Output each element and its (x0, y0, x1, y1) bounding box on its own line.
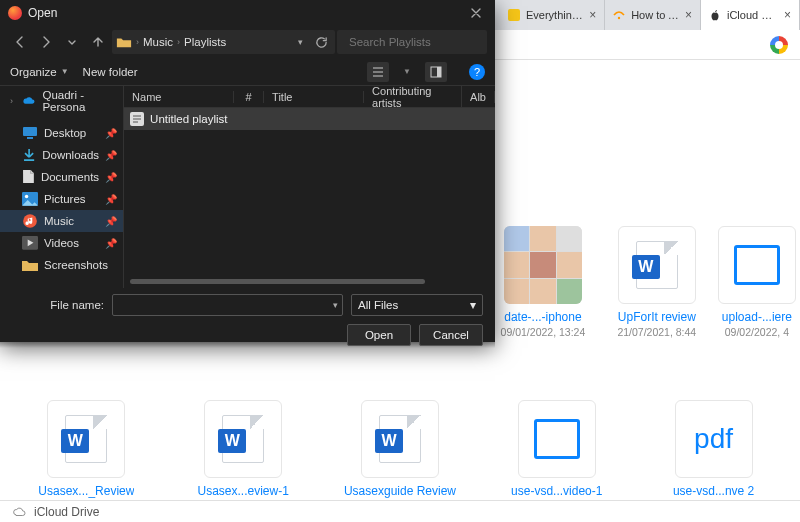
pin-icon: 📌 (105, 128, 117, 139)
up-button[interactable] (86, 30, 110, 54)
h-scrollbar[interactable] (124, 276, 495, 288)
video-icon (22, 236, 38, 250)
col-title[interactable]: Title (264, 91, 364, 103)
google-icon[interactable] (770, 36, 788, 54)
file-thumb: W (361, 400, 439, 478)
nav-tree: › Quadri - Persona Desktop📌 Downloads📌 D… (0, 86, 124, 288)
open-dialog: Open ›Music ›Playlists ▾ Organize▼ New f… (0, 0, 495, 342)
dialog-footer: File name: ▾ All Files▾ Open Cancel (0, 288, 495, 356)
file-thumb: pdf (675, 400, 753, 478)
tree-item-videos[interactable]: Videos📌 (0, 232, 123, 254)
doc-icon (22, 170, 35, 184)
close-button[interactable] (463, 3, 489, 23)
svg-point-8 (25, 195, 28, 198)
close-icon[interactable]: × (784, 8, 791, 22)
music-icon (22, 214, 38, 228)
crumb[interactable]: Music (143, 36, 173, 48)
file-list: Name # Title Contributing artists Alb Un… (124, 86, 495, 288)
organize-menu[interactable]: Organize▼ (10, 66, 69, 78)
pin-icon: 📌 (105, 150, 117, 161)
tree-item-screenshots[interactable]: Screenshots (0, 254, 123, 276)
imdb-icon (508, 9, 520, 21)
back-button[interactable] (8, 30, 32, 54)
tree-item-pictures[interactable]: Pictures📌 (0, 188, 123, 210)
download-icon (22, 148, 36, 162)
file-name: date-...-iphone (504, 310, 581, 324)
close-icon[interactable]: × (685, 8, 692, 22)
folder-icon (22, 258, 38, 272)
tree-item-music[interactable]: Music📌 (0, 210, 123, 232)
file-date: 09/01/2022, 13:24 (501, 326, 586, 338)
folder-icon (116, 35, 132, 49)
chevron-right-icon[interactable]: › (10, 96, 17, 106)
preview-pane-button[interactable] (425, 62, 447, 82)
svg-rect-6 (27, 137, 33, 139)
list-header[interactable]: Name # Title Contributing artists Alb (124, 86, 495, 108)
file-name: Usasexguide Review (344, 484, 456, 498)
file-name: use-vsd...nve 2 (673, 484, 754, 498)
file-tile[interactable]: W UpForIt review 21/07/2021, 8:44 (600, 218, 714, 368)
svg-rect-4 (437, 67, 441, 77)
file-name: use-vsd...video-1 (511, 484, 602, 498)
file-name: Usasex...eview-1 (198, 484, 289, 498)
file-name: Usasex..._Review (38, 484, 134, 498)
open-button[interactable]: Open (347, 324, 411, 346)
app-icon (8, 6, 22, 20)
pin-icon: 📌 (105, 172, 117, 183)
pdf-icon: pdf (694, 423, 733, 455)
search-input[interactable] (349, 36, 496, 48)
tree-item-desktop[interactable]: Desktop📌 (0, 122, 123, 144)
chevron-down-icon[interactable]: ▾ (294, 37, 307, 47)
address-bar[interactable]: ›Music ›Playlists ▾ (112, 30, 335, 54)
tree-item-downloads[interactable]: Downloads📌 (0, 144, 123, 166)
view-mode-button[interactable] (367, 62, 389, 82)
tab-label: Everything yo (526, 9, 583, 21)
tree-root[interactable]: › Quadri - Persona (0, 90, 123, 112)
cancel-button[interactable]: Cancel (419, 324, 483, 346)
file-tile[interactable]: upload-...iere 09/02/2022, 4 (714, 218, 800, 368)
list-item[interactable]: Untitled playlist (124, 108, 495, 130)
tree-item-documents[interactable]: Documents📌 (0, 166, 123, 188)
titlebar[interactable]: Open (0, 0, 495, 26)
statusbar: iCloud Drive (0, 500, 800, 522)
playlist-file-icon (130, 112, 144, 126)
browser-tab-active[interactable]: iCloud Drive × (701, 0, 800, 30)
col-contrib[interactable]: Contributing artists (364, 85, 462, 109)
wifi-icon (613, 9, 625, 21)
col-number[interactable]: # (234, 91, 264, 103)
filename-input[interactable]: ▾ (112, 294, 343, 316)
filetype-select[interactable]: All Files▾ (351, 294, 483, 316)
file-name: Untitled playlist (150, 113, 227, 125)
chevron-down-icon: ▾ (470, 298, 476, 312)
file-thumb (718, 226, 796, 304)
refresh-button[interactable] (311, 30, 331, 54)
browser-tab[interactable]: Everything yo × (500, 0, 605, 30)
cloud-icon (12, 506, 28, 517)
search-box[interactable] (337, 30, 487, 54)
file-thumb (518, 400, 596, 478)
apple-icon (709, 9, 721, 21)
file-name: UpForIt review (618, 310, 696, 324)
command-row: Organize▼ New folder ▼ ? (0, 58, 495, 86)
file-tile[interactable]: date-...-iphone 09/01/2022, 13:24 (486, 218, 600, 368)
new-folder-button[interactable]: New folder (83, 66, 138, 78)
close-icon[interactable]: × (589, 8, 596, 22)
crumb[interactable]: Playlists (184, 36, 226, 48)
filename-label: File name: (12, 299, 104, 311)
col-album[interactable]: Alb (462, 91, 495, 103)
recent-button[interactable] (60, 30, 84, 54)
svg-rect-5 (23, 127, 37, 136)
svg-point-0 (618, 17, 620, 19)
col-name[interactable]: Name (124, 91, 234, 103)
file-thumb (504, 226, 582, 304)
pic-icon (22, 192, 38, 206)
desktop-icon (22, 126, 38, 140)
browser-tab[interactable]: How to Add × (605, 0, 701, 30)
help-button[interactable]: ? (469, 64, 485, 80)
file-name: upload-...iere (722, 310, 792, 324)
pin-icon: 📌 (105, 216, 117, 227)
chevron-down-icon[interactable]: ▾ (333, 300, 338, 310)
forward-button[interactable] (34, 30, 58, 54)
pin-icon: 📌 (105, 194, 117, 205)
file-date: 09/02/2022, 4 (725, 326, 789, 338)
